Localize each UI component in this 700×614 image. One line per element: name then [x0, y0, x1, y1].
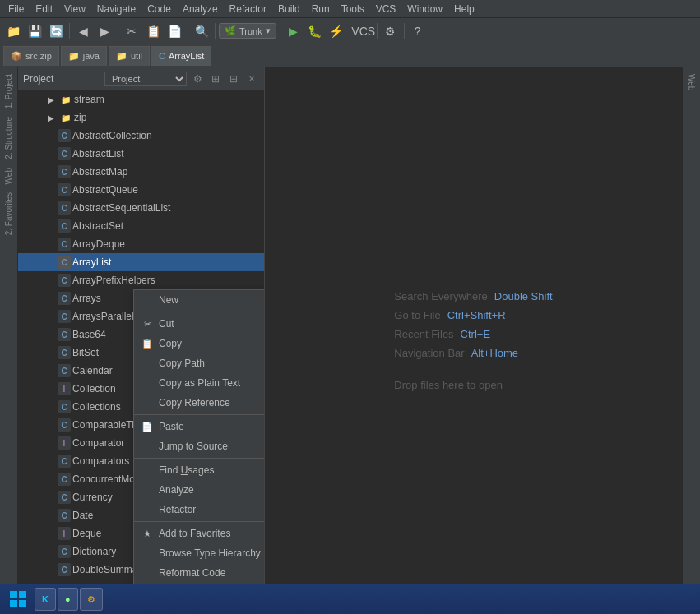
menu-copypath[interactable]: Copy Path Ctrl+Shift+C: [134, 353, 265, 373]
menu-navigate[interactable]: Navigate: [92, 2, 141, 16]
tree-item-abstractsequentiallist[interactable]: C AbstractSequentialList: [18, 199, 264, 217]
tab-srczip-icon: 📦: [11, 51, 22, 62]
tab-util[interactable]: 📁 util: [109, 46, 150, 66]
folder-icon: ▶: [44, 93, 58, 106]
cut-icon: ✂: [141, 317, 154, 330]
menu-refactor[interactable]: Refactor ▶: [134, 500, 265, 519]
toolbar-paste[interactable]: 📄: [165, 21, 184, 41]
menu-edit[interactable]: Edit: [30, 2, 58, 16]
menu-tools[interactable]: Tools: [336, 2, 369, 16]
goto-file-label: Go to File: [394, 309, 440, 321]
menu-run[interactable]: Run: [307, 2, 335, 16]
tree-item-abstractcollection[interactable]: C AbstractCollection: [18, 127, 264, 145]
menu-view[interactable]: View: [59, 2, 90, 16]
toolbar-trunk[interactable]: 🌿 Trunk ▾: [219, 23, 276, 39]
menu-addtofavorites[interactable]: ★ Add to Favorites ▶: [134, 524, 265, 543]
proj-expand[interactable]: ⊞: [208, 72, 223, 86]
start-button[interactable]: [3, 584, 33, 614]
tree-item-abstractset[interactable]: C AbstractSet: [18, 217, 264, 235]
strip-project[interactable]: 1: Project: [2, 71, 15, 112]
tree-item-arraydeque[interactable]: C ArrayDeque: [18, 235, 264, 253]
left-side-strip: 1: Project 2: Structure Web 2: Favorites: [0, 67, 18, 614]
menu-analyze[interactable]: Analyze: [178, 2, 223, 16]
main-layout: 1: Project 2: Structure Web 2: Favorites…: [0, 67, 700, 614]
menu-build[interactable]: Build: [273, 2, 305, 16]
svg-rect-2: [19, 591, 26, 598]
tree-item-stream[interactable]: ▶ 📁 stream: [18, 90, 264, 108]
tree-item-abstractmap[interactable]: C AbstractMap: [18, 163, 264, 181]
taskbar-circle[interactable]: ●: [58, 588, 78, 611]
menu-findusages[interactable]: Find Usages Ctrl+G: [134, 460, 265, 480]
toolbar-sep3: [188, 23, 188, 39]
menu-copy[interactable]: 📋 Copy Ctrl+C: [134, 334, 265, 353]
taskbar-settings[interactable]: ⚙: [80, 588, 103, 611]
tree-item-arrayprefixhelpers[interactable]: C ArrayPrefixHelpers: [18, 271, 264, 289]
interface-icon-collection: I: [58, 382, 71, 395]
search-everywhere-key: Double Shift: [494, 290, 553, 302]
tree-item-abstractlist[interactable]: C AbstractList: [18, 145, 264, 163]
tab-arraylist-icon: C: [159, 51, 165, 61]
toolbar-settings[interactable]: ⚙: [381, 21, 401, 41]
taskbar-k[interactable]: K: [35, 588, 56, 611]
recent-files-key: Ctrl+E: [461, 328, 490, 340]
menu-vcs[interactable]: VCS: [371, 2, 401, 16]
goto-file-key: Ctrl+Shift+R: [447, 309, 506, 321]
class-icon-abstractsequentiallist: C: [58, 201, 71, 215]
toolbar-sync[interactable]: 🔄: [46, 21, 66, 41]
tree-item-zip[interactable]: ▶ 📁 zip: [18, 108, 264, 127]
copyplain-icon: [141, 376, 154, 390]
toolbar-folder[interactable]: 📁: [3, 21, 23, 41]
toolbar-sep1: [69, 23, 70, 39]
toolbar-debug[interactable]: 🐛: [305, 21, 325, 41]
menu-browsetypehierarchy[interactable]: Browse Type Hierarchy F4: [134, 543, 265, 563]
toolbar-vcs[interactable]: VCS: [354, 21, 373, 41]
menu-copyasplaintext[interactable]: Copy as Plain Text: [134, 373, 265, 393]
menu-copyreference[interactable]: Copy Reference Ctrl+Alt+Shift+C: [134, 393, 265, 413]
taskbar-settings-icon: ⚙: [87, 594, 95, 605]
tab-arraylist[interactable]: C ArrayList: [151, 46, 211, 66]
toolbar-profile[interactable]: ⚡: [327, 21, 346, 41]
tab-srczip[interactable]: 📦 src.zip: [3, 46, 59, 66]
menu-cut[interactable]: ✂ Cut Ctrl+X: [134, 314, 265, 334]
right-area: Search Everywhere Double Shift Go to Fil…: [265, 67, 682, 614]
tab-srczip-label: src.zip: [25, 51, 52, 61]
class-icon-doublesummary: C: [58, 563, 71, 576]
toolbar-forward[interactable]: ▶: [95, 21, 114, 41]
class-icon-arrayprefixhelpers: C: [58, 274, 71, 287]
right-side-strip: Web: [682, 67, 700, 614]
menu-analyze[interactable]: Analyze ▶: [134, 480, 265, 500]
toolbar-find[interactable]: 🔍: [192, 21, 211, 41]
project-scope-select[interactable]: Project: [104, 72, 187, 86]
toolbar-help[interactable]: ?: [408, 21, 428, 41]
menu-reformatcode[interactable]: Reformat Code Ctrl+Alt+L: [134, 563, 265, 583]
recent-files-label: Recent Files: [394, 328, 453, 340]
menu-paste[interactable]: 📄 Paste Ctrl+V: [134, 417, 265, 436]
tab-java-label: java: [83, 51, 100, 61]
strip-favorites[interactable]: 2: Favorites: [2, 189, 15, 238]
toolbar-cut[interactable]: ✂: [122, 21, 141, 41]
tab-java[interactable]: 📁 java: [61, 46, 107, 66]
toolbar-copy[interactable]: 📋: [143, 21, 163, 41]
menu-file[interactable]: File: [3, 2, 29, 16]
proj-close[interactable]: ×: [244, 72, 259, 86]
toolbar-sep4: [215, 23, 216, 39]
proj-gear[interactable]: ⚙: [190, 72, 205, 86]
menu-bar: File Edit View Navigate Code Analyze Ref…: [0, 0, 700, 18]
menu-code[interactable]: Code: [142, 2, 176, 16]
strip-web[interactable]: Web: [2, 164, 15, 187]
strip-structure[interactable]: 2: Structure: [2, 113, 15, 163]
tree-item-arraylist[interactable]: C ArrayList: [18, 253, 264, 271]
toolbar-run[interactable]: ▶: [284, 21, 304, 41]
toolbar-back[interactable]: ◀: [73, 21, 93, 41]
menu-help[interactable]: Help: [449, 2, 480, 16]
search-everywhere-label: Search Everywhere: [394, 290, 487, 302]
menu-refactor[interactable]: Refactor: [225, 2, 271, 16]
tree-item-abstractqueue[interactable]: C AbstractQueue: [18, 181, 264, 199]
toolbar-save[interactable]: 💾: [25, 21, 44, 41]
proj-collapse[interactable]: ⊟: [226, 72, 241, 86]
menu-jumptosource[interactable]: Jump to Source F12: [134, 436, 265, 456]
sep1: [134, 312, 265, 312]
strip-web-right[interactable]: Web: [685, 71, 698, 94]
menu-window[interactable]: Window: [402, 2, 447, 16]
menu-new[interactable]: New ▶: [134, 290, 265, 310]
